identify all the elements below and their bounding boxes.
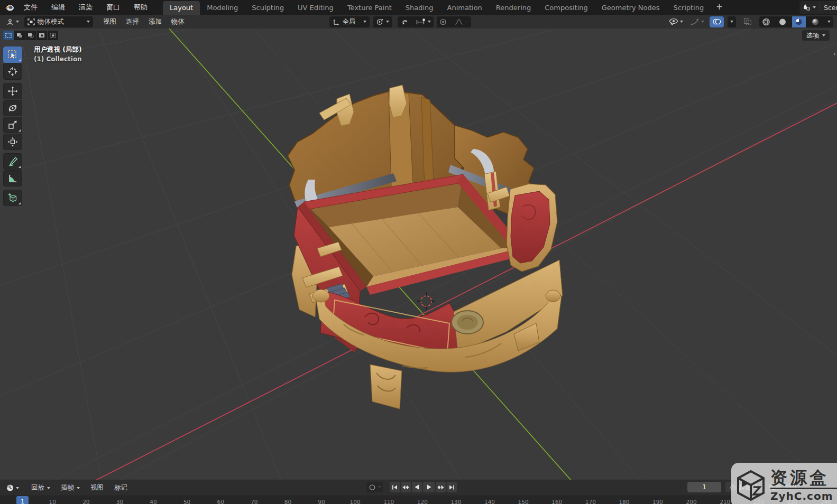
falloff-dropdown[interactable] <box>452 16 471 27</box>
topbar-menu[interactable]: 窗口 <box>104 2 122 12</box>
proportional-edit-toggle[interactable] <box>437 16 449 27</box>
frame-tick: 170 <box>585 499 596 504</box>
frame-tick: 140 <box>484 499 495 504</box>
gizmos-dropdown[interactable] <box>688 16 706 27</box>
sidebar-toggle-arrow[interactable]: ‹ <box>833 50 836 58</box>
frame-tick: 120 <box>417 499 428 504</box>
timeline-editor-type-button[interactable] <box>4 482 21 493</box>
tool-cursor[interactable] <box>3 63 22 80</box>
select-mode-invert[interactable] <box>36 31 47 40</box>
viewport-3d[interactable]: 用户透视 (局部) (1) Collection 选项 ‹ <box>0 29 837 480</box>
timeline-editor: 回放插帧视图标记 <box>0 480 837 504</box>
tool-transform[interactable] <box>3 134 22 150</box>
select-mode-intersect[interactable] <box>48 31 58 40</box>
model-chinese-chest[interactable] <box>288 85 563 409</box>
options-dropdown[interactable]: 选项 <box>802 30 830 41</box>
topbar-menu[interactable]: 帮助 <box>132 2 150 12</box>
overlays-toggle[interactable] <box>710 16 724 27</box>
scene-name[interactable]: Scene <box>824 4 837 12</box>
frame-tick: 130 <box>450 499 461 504</box>
tool-measure[interactable] <box>3 170 22 186</box>
timeline-menu-label: 插帧 <box>61 483 74 492</box>
workspace-tab[interactable]: Layout <box>163 1 200 15</box>
select-mode-subtract[interactable] <box>25 31 36 40</box>
topbar-menu[interactable]: 文件 <box>22 2 40 12</box>
snap-toggle-button[interactable] <box>398 16 411 27</box>
tool-scale[interactable] <box>3 117 22 133</box>
show-hide-dropdown[interactable] <box>667 16 685 27</box>
frame-tick: 160 <box>551 499 562 504</box>
editor-type-button[interactable] <box>4 16 21 27</box>
autokey-dropdown[interactable] <box>378 486 381 488</box>
frame-tick: 90 <box>318 499 325 504</box>
shading-dropdown[interactable] <box>825 16 833 27</box>
topbar-menu[interactable]: 渲染 <box>77 2 95 12</box>
workspace-tab[interactable]: Texture Paint <box>341 1 399 15</box>
dropdown-caret <box>47 487 50 489</box>
tool-select-box[interactable] <box>3 46 22 63</box>
playhead[interactable]: 1 <box>16 496 29 504</box>
tool-rotate[interactable] <box>3 100 22 116</box>
overlays-dropdown[interactable] <box>728 16 736 27</box>
viewport-menu[interactable]: 视图 <box>103 17 116 25</box>
orientation-dropdown[interactable]: 全局 <box>329 16 370 27</box>
blender-logo-icon[interactable] <box>4 3 15 12</box>
timeline-menu[interactable]: 视图 <box>90 483 104 492</box>
pivot-point-dropdown[interactable] <box>373 16 392 27</box>
shading-material-button[interactable] <box>792 16 806 27</box>
workspace-tab[interactable]: Animation <box>440 1 489 15</box>
jump-to-start-button[interactable] <box>390 482 400 492</box>
watermark: 资源盒 ZyhC.com <box>731 463 837 504</box>
workspace-tab[interactable]: Sculpting <box>245 1 291 15</box>
scene-selector[interactable]: Scene <box>799 1 837 14</box>
tool-add-cube[interactable] <box>3 190 22 206</box>
viewport-menu[interactable]: 选择 <box>126 17 139 25</box>
shading-rendered-button[interactable] <box>808 16 822 27</box>
frame-tick: 100 <box>350 499 361 504</box>
shading-rendered-icon <box>811 18 820 26</box>
jump-to-end-button[interactable] <box>447 482 457 492</box>
watermark-title: 资源盒 <box>770 469 829 487</box>
next-keyframe-button[interactable] <box>436 482 446 492</box>
workspace-tab[interactable]: Compositing <box>538 1 595 15</box>
workspace-tab[interactable]: Modeling <box>200 1 245 15</box>
timeline-menu-label: 标记 <box>114 483 127 492</box>
prev-keyframe-button[interactable] <box>401 482 411 492</box>
topbar-menu[interactable]: 编辑 <box>49 2 67 12</box>
scene-dropdown-caret[interactable] <box>813 6 816 8</box>
viewport-menu[interactable]: 物体 <box>171 17 185 25</box>
shading-solid-button[interactable] <box>776 16 789 27</box>
view-perspective-label: 用户透视 (局部) <box>34 45 82 54</box>
tool-annotate[interactable] <box>3 153 22 170</box>
timeline-menu[interactable]: 插帧 <box>61 483 80 492</box>
workspace-tab[interactable]: Shading <box>399 1 440 15</box>
add-workspace-button[interactable]: + <box>711 1 728 15</box>
timeline-menu[interactable]: 标记 <box>114 483 127 492</box>
autokey-record-icon[interactable] <box>369 484 376 491</box>
play-reverse-button[interactable] <box>412 482 422 492</box>
tool-move[interactable] <box>3 83 22 99</box>
select-mode-new[interactable] <box>3 31 14 40</box>
overlays-icon <box>712 18 721 25</box>
viewport-menu[interactable]: 添加 <box>149 17 162 25</box>
overlays-controls <box>710 16 736 27</box>
collection-label: (1) Collection <box>34 55 82 63</box>
workspace-tab[interactable]: UV Editing <box>291 1 341 15</box>
snap-target-button[interactable] <box>413 16 434 27</box>
play-button[interactable] <box>423 482 435 492</box>
workspace-tab[interactable]: Geometry Nodes <box>595 1 667 15</box>
timeline-menu[interactable]: 回放 <box>31 483 50 492</box>
frame-tick: 40 <box>150 499 157 504</box>
frame-tick: 180 <box>619 499 629 504</box>
workspace-tab[interactable]: Rendering <box>489 1 538 15</box>
workspace-tab[interactable]: Scripting <box>666 1 711 15</box>
frame-tick: 60 <box>217 499 224 504</box>
frame-tick: 150 <box>518 499 529 504</box>
xray-toggle[interactable] <box>741 16 754 27</box>
current-frame-field[interactable]: 1 <box>687 482 721 492</box>
timeline-ruler[interactable]: 1 10203040506070809010011012013014015016… <box>0 496 837 504</box>
select-mode-extend[interactable] <box>14 31 25 40</box>
shading-wireframe-button[interactable] <box>759 16 773 27</box>
mode-dropdown[interactable]: 物体模式 <box>24 16 93 27</box>
toolbar <box>3 46 22 206</box>
